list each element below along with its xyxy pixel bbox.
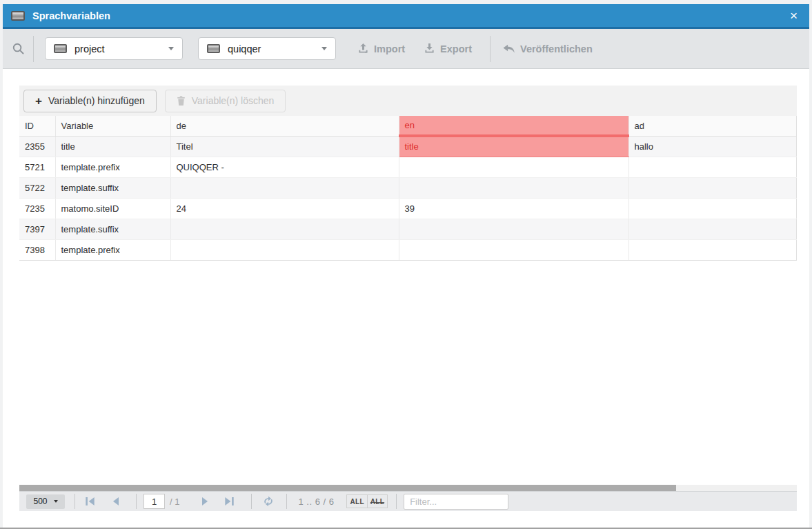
first-page-button[interactable]: [85, 497, 95, 506]
chevron-down-icon: [168, 47, 174, 50]
toolbar: project quiqqer Import Export: [3, 29, 809, 69]
cell-id[interactable]: 7398: [19, 239, 55, 260]
cell-ad[interactable]: [628, 177, 797, 198]
chevron-down-icon: [54, 500, 58, 503]
show-all-off-button[interactable]: ALL: [368, 494, 388, 508]
cell-variable[interactable]: template.suffix: [55, 219, 170, 239]
refresh-button[interactable]: [263, 496, 274, 507]
cell-de[interactable]: [170, 219, 399, 239]
cell-ad[interactable]: [628, 157, 797, 177]
show-all-button[interactable]: ALL: [346, 494, 367, 508]
window-bottom-border: [0, 528, 812, 529]
cell-en[interactable]: [399, 239, 628, 260]
table-row[interactable]: 7398template.prefix: [19, 239, 797, 260]
close-icon[interactable]: ×: [786, 8, 801, 23]
footer-separator: [136, 494, 137, 509]
footer-separator: [286, 494, 287, 509]
package-select-value: quiqqer: [228, 43, 261, 54]
cell-variable[interactable]: template.prefix: [55, 157, 170, 177]
prev-page-icon: [110, 497, 121, 506]
table-row[interactable]: 7235matomo.siteID2439: [19, 198, 797, 219]
footer-separator: [396, 494, 397, 509]
cell-id[interactable]: 5722: [19, 177, 55, 198]
table-row[interactable]: 5721template.prefixQUIQQER -: [19, 157, 797, 177]
cell-de[interactable]: QUIQQER -: [170, 157, 399, 177]
cell-id[interactable]: 5721: [19, 157, 55, 177]
pagination-bar: 500 / 1: [19, 491, 797, 511]
toolbar-separator: [33, 36, 34, 62]
upload-icon: [358, 43, 368, 54]
cell-id[interactable]: 7397: [19, 219, 55, 239]
actions-strip: + Variable(n) hinzufügen Variable(n) lös…: [19, 86, 797, 116]
column-header-ad[interactable]: ad: [628, 116, 797, 136]
column-header-id[interactable]: ID: [19, 116, 55, 136]
add-variable-button[interactable]: + Variable(n) hinzufügen: [23, 90, 157, 112]
publish-label: Veröffentlichen: [520, 43, 593, 54]
column-header-de[interactable]: de: [170, 116, 399, 136]
table-row[interactable]: 7397template.suffix: [19, 219, 797, 239]
last-page-icon: [224, 497, 235, 506]
cell-variable[interactable]: template.suffix: [55, 177, 170, 198]
window-frame-right: [809, 0, 812, 528]
cell-de[interactable]: [170, 177, 399, 198]
monitor-icon: [11, 11, 25, 21]
publish-button[interactable]: Veröffentlichen: [503, 43, 593, 54]
search-icon: [12, 42, 25, 55]
cell-ad[interactable]: [628, 198, 797, 219]
next-page-button[interactable]: [200, 497, 210, 506]
cell-en[interactable]: [399, 157, 628, 177]
project-select-value: project: [75, 43, 105, 54]
cell-en[interactable]: title: [399, 136, 628, 157]
column-header-en[interactable]: en: [399, 116, 628, 136]
cell-id[interactable]: 2355: [19, 136, 55, 157]
footer-separator: [251, 494, 252, 509]
cell-en[interactable]: [399, 219, 628, 239]
first-page-icon: [85, 497, 95, 506]
column-header-variable[interactable]: Variable: [55, 116, 170, 136]
table-header-row: IDVariabledeenad: [19, 116, 797, 136]
page-size-value: 500: [33, 497, 47, 506]
plus-icon: +: [35, 95, 42, 107]
delete-variable-label: Variable(n) löschen: [192, 95, 275, 106]
table-row[interactable]: 5722template.suffix: [19, 177, 797, 198]
export-button[interactable]: Export: [424, 43, 472, 54]
cell-de[interactable]: Titel: [170, 136, 399, 157]
last-page-button[interactable]: [224, 497, 235, 506]
cell-ad[interactable]: [628, 219, 797, 239]
cell-ad[interactable]: [628, 239, 797, 260]
chevron-down-icon: [321, 47, 327, 50]
cell-variable[interactable]: template.prefix: [55, 239, 170, 260]
variables-table: IDVariabledeenad 2355titleTiteltitlehall…: [19, 116, 797, 261]
monitor-icon: [207, 44, 220, 53]
total-pages-label: / 1: [170, 497, 179, 507]
window-title: Sprachvariablen: [32, 10, 110, 21]
table-row[interactable]: 2355titleTiteltitlehallo: [19, 136, 797, 157]
add-variable-label: Variable(n) hinzufügen: [48, 95, 145, 106]
prev-page-button[interactable]: [110, 497, 121, 506]
horizontal-scrollbar[interactable]: [19, 485, 797, 491]
page-number-input[interactable]: [143, 494, 165, 509]
search-button[interactable]: [3, 42, 33, 55]
scrollbar-thumb[interactable]: [19, 485, 676, 491]
cell-id[interactable]: 7235: [19, 198, 55, 219]
delete-variable-button[interactable]: Variable(n) löschen: [165, 90, 286, 112]
cell-en[interactable]: 39: [399, 198, 628, 219]
cell-de[interactable]: [170, 239, 399, 260]
filter-input[interactable]: [404, 494, 508, 510]
page-size-select[interactable]: 500: [26, 494, 65, 509]
cell-en[interactable]: [399, 177, 628, 198]
export-label: Export: [440, 43, 472, 54]
refresh-icon: [263, 496, 274, 507]
footer-separator: [75, 494, 75, 509]
import-button[interactable]: Import: [358, 43, 405, 54]
project-select[interactable]: project: [45, 37, 183, 60]
import-label: Import: [374, 43, 405, 54]
cell-ad[interactable]: hallo: [628, 136, 797, 157]
monitor-icon: [54, 44, 67, 53]
package-select[interactable]: quiqqer: [198, 37, 336, 60]
cell-de[interactable]: 24: [170, 198, 399, 219]
cell-variable[interactable]: matomo.siteID: [55, 198, 170, 219]
next-page-icon: [200, 497, 210, 506]
result-range-label: 1 .. 6 / 6: [298, 497, 334, 507]
cell-variable[interactable]: title: [55, 136, 170, 157]
